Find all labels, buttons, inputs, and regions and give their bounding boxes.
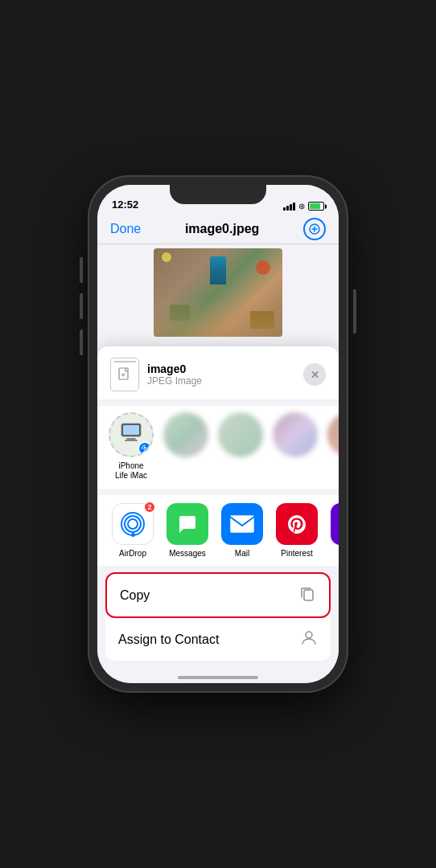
- image-preview-area: [97, 244, 339, 341]
- file-info: image0 JPEG Image: [147, 362, 303, 387]
- volume-down-button[interactable]: [80, 293, 83, 319]
- person-avatar-5: [327, 412, 339, 457]
- yahoo-icon: [331, 503, 339, 545]
- svg-point-10: [306, 632, 312, 638]
- app-item-airdrop[interactable]: 2 AirDrop: [109, 503, 157, 558]
- svg-rect-7: [230, 515, 254, 533]
- silent-switch[interactable]: [80, 330, 83, 355]
- pinterest-label: Pinterest: [281, 549, 312, 558]
- file-type: JPEG Image: [147, 375, 303, 387]
- person-avatar-3: [218, 412, 263, 457]
- navigation-bar: Done image0.jpeg: [97, 214, 339, 244]
- app-item-pinterest[interactable]: Pinterest: [273, 503, 321, 558]
- share-close-button[interactable]: ✕: [303, 363, 326, 386]
- person-item-4[interactable]: [273, 412, 318, 481]
- apps-row: 2 AirDrop: [97, 495, 339, 566]
- phone-frame: 12:52 ⊛ Done image0.jpeg: [89, 177, 347, 691]
- airdrop-label: AirDrop: [119, 549, 146, 558]
- people-row: iPhone Life iMac: [97, 406, 339, 489]
- svg-rect-9: [304, 590, 313, 600]
- home-indicator: [178, 676, 258, 679]
- svg-rect-2: [121, 374, 125, 375]
- screen: 12:52 ⊛ Done image0.jpeg: [97, 185, 339, 683]
- status-icons: ⊛: [283, 202, 324, 211]
- action-icon[interactable]: [303, 218, 326, 240]
- person-item-5[interactable]: [327, 412, 339, 481]
- wifi-icon: ⊛: [298, 202, 305, 211]
- action-list: Copy Assign to Contact: [105, 572, 331, 661]
- assign-contact-label: Assign to Contact: [118, 633, 219, 647]
- battery-icon: [308, 202, 324, 211]
- person-item-2[interactable]: [163, 412, 208, 481]
- app-item-messages[interactable]: Messages: [163, 503, 212, 558]
- app-item-yahoo[interactable]: Ya...: [327, 503, 339, 558]
- svg-rect-5: [123, 425, 139, 435]
- volume-up-button[interactable]: [80, 257, 83, 283]
- file-icon: [110, 358, 139, 391]
- svg-rect-6: [125, 440, 138, 441]
- done-button[interactable]: Done: [110, 222, 141, 236]
- app-item-mail[interactable]: Mail: [218, 503, 266, 558]
- person-name-mac: iPhone Life iMac: [115, 461, 147, 481]
- messages-icon: [167, 503, 208, 545]
- person-item-mac[interactable]: iPhone Life iMac: [109, 412, 154, 481]
- share-sheet-header: image0 JPEG Image ✕: [97, 346, 339, 399]
- status-time: 12:52: [112, 199, 138, 211]
- notch: [170, 185, 266, 204]
- airdrop-icon: 2: [112, 503, 154, 545]
- svg-rect-3: [121, 375, 125, 376]
- airdrop-circles-icon: [118, 510, 147, 538]
- person-avatar-mac: [109, 412, 154, 457]
- copy-icon: [298, 584, 316, 606]
- share-sheet: image0 JPEG Image ✕: [97, 346, 339, 683]
- pinterest-icon: [276, 503, 318, 545]
- person-item-3[interactable]: [218, 412, 263, 481]
- preview-image: [154, 248, 282, 337]
- power-button[interactable]: [353, 289, 356, 334]
- page-title: image0.jpeg: [185, 222, 259, 236]
- copy-label: Copy: [120, 588, 150, 603]
- mail-label: Mail: [235, 549, 249, 558]
- copy-action[interactable]: Copy: [105, 572, 331, 618]
- person-icon: [300, 628, 318, 650]
- mail-icon: [221, 503, 263, 545]
- person-avatar-2: [163, 412, 208, 457]
- file-name: image0: [147, 362, 303, 375]
- messages-label: Messages: [169, 549, 206, 558]
- person-avatar-4: [273, 412, 318, 457]
- airdrop-badge: [138, 441, 152, 456]
- signal-icon: [283, 203, 295, 211]
- assign-contact-action[interactable]: Assign to Contact: [105, 618, 331, 661]
